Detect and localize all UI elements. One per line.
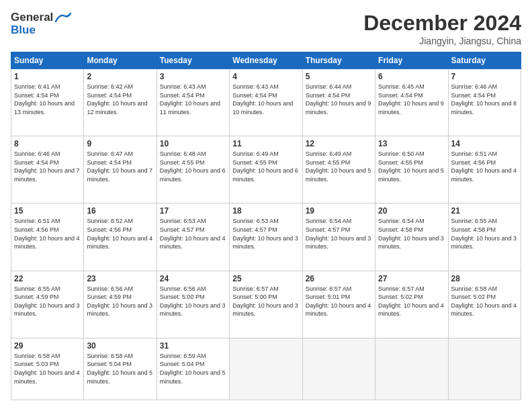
day-info: Sunrise: 6:56 AMSunset: 4:59 PMDaylight:… [87,285,153,318]
day-info: Sunrise: 6:55 AMSunset: 4:59 PMDaylight:… [14,285,81,318]
day-number: 26 [306,274,372,283]
day-info: Sunrise: 6:52 AMSunset: 4:56 PMDaylight:… [87,217,153,250]
day-info: Sunrise: 6:53 AMSunset: 4:57 PMDaylight:… [160,217,226,250]
day-info: Sunrise: 6:44 AMSunset: 4:54 PMDaylight:… [306,83,372,116]
page: General Blue December 2024 Jiangyin, Jia… [0,0,532,411]
day-info: Sunrise: 6:59 AMSunset: 5:04 PMDaylight:… [160,352,226,385]
logo: General Blue [11,11,72,37]
location: Jiangyin, Jiangsu, China [363,36,521,46]
day-info: Sunrise: 6:57 AMSunset: 5:01 PMDaylight:… [306,285,372,318]
calendar-cell: 8Sunrise: 6:46 AMSunset: 4:54 PMDaylight… [11,136,84,203]
day-number: 13 [378,139,445,148]
day-number: 10 [160,139,226,148]
weekday-header: Sunday [11,52,84,69]
day-number: 3 [160,72,226,81]
day-info: Sunrise: 6:49 AMSunset: 4:55 PMDaylight:… [306,150,372,183]
day-info: Sunrise: 6:54 AMSunset: 4:57 PMDaylight:… [306,217,372,250]
day-info: Sunrise: 6:57 AMSunset: 5:02 PMDaylight:… [378,285,445,318]
calendar-cell: 10Sunrise: 6:48 AMSunset: 4:55 PMDayligh… [157,136,229,203]
weekday-header: Friday [375,52,448,69]
calendar-cell: 1Sunrise: 6:41 AMSunset: 4:54 PMDaylight… [11,69,84,136]
day-info: Sunrise: 6:53 AMSunset: 4:57 PMDaylight:… [232,217,299,250]
month-title: December 2024 [363,11,521,36]
day-number: 8 [14,139,81,148]
day-info: Sunrise: 6:50 AMSunset: 4:55 PMDaylight:… [378,150,445,183]
calendar-cell: 27Sunrise: 6:57 AMSunset: 5:02 PMDayligh… [375,271,448,338]
logo-blue: Blue [11,24,72,37]
day-number: 27 [378,274,445,283]
day-number: 9 [87,139,153,148]
logo-bird-icon [54,11,72,24]
calendar-cell: 11Sunrise: 6:49 AMSunset: 4:55 PMDayligh… [230,136,302,203]
day-number: 15 [14,206,81,216]
day-info: Sunrise: 6:43 AMSunset: 4:54 PMDaylight:… [160,83,226,116]
title-block: December 2024 Jiangyin, Jiangsu, China [363,11,521,46]
weekday-header: Saturday [448,52,521,69]
calendar-cell: 28Sunrise: 6:58 AMSunset: 5:02 PMDayligh… [448,271,521,338]
day-number: 14 [451,139,518,148]
day-number: 1 [14,72,81,81]
day-info: Sunrise: 6:55 AMSunset: 4:58 PMDaylight:… [451,217,518,250]
calendar-cell: 6Sunrise: 6:45 AMSunset: 4:54 PMDaylight… [375,69,448,136]
day-number: 30 [87,341,153,351]
header: General Blue December 2024 Jiangyin, Jia… [11,11,521,46]
day-info: Sunrise: 6:58 AMSunset: 5:02 PMDaylight:… [451,285,518,318]
day-info: Sunrise: 6:58 AMSunset: 5:04 PMDaylight:… [87,352,153,385]
day-info: Sunrise: 6:58 AMSunset: 5:03 PMDaylight:… [14,352,81,385]
weekday-header: Tuesday [157,52,229,69]
day-number: 7 [451,72,518,81]
day-number: 11 [232,139,299,148]
calendar-cell: 24Sunrise: 6:56 AMSunset: 5:00 PMDayligh… [157,271,229,338]
day-info: Sunrise: 6:56 AMSunset: 5:00 PMDaylight:… [160,285,226,318]
calendar-cell: 25Sunrise: 6:57 AMSunset: 5:00 PMDayligh… [230,271,302,338]
calendar-cell: 16Sunrise: 6:52 AMSunset: 4:56 PMDayligh… [84,203,157,271]
day-info: Sunrise: 6:46 AMSunset: 4:54 PMDaylight:… [14,150,81,183]
day-number: 6 [378,72,445,81]
day-number: 16 [87,206,153,216]
day-number: 20 [378,206,445,216]
calendar-cell: 17Sunrise: 6:53 AMSunset: 4:57 PMDayligh… [157,203,229,271]
calendar-cell: 26Sunrise: 6:57 AMSunset: 5:01 PMDayligh… [302,271,375,338]
calendar-table: SundayMondayTuesdayWednesdayThursdayFrid… [11,52,521,400]
calendar-cell: 9Sunrise: 6:47 AMSunset: 4:54 PMDaylight… [84,136,157,203]
day-info: Sunrise: 6:57 AMSunset: 5:00 PMDaylight:… [232,285,299,318]
calendar-cell: 21Sunrise: 6:55 AMSunset: 4:58 PMDayligh… [448,203,521,271]
calendar-cell: 30Sunrise: 6:58 AMSunset: 5:04 PMDayligh… [84,338,157,400]
day-number: 21 [451,206,518,216]
logo-general: General [11,11,53,24]
calendar-cell: 15Sunrise: 6:51 AMSunset: 4:56 PMDayligh… [11,203,84,271]
calendar-cell: 22Sunrise: 6:55 AMSunset: 4:59 PMDayligh… [11,271,84,338]
calendar-cell: 2Sunrise: 6:42 AMSunset: 4:54 PMDaylight… [84,69,157,136]
day-info: Sunrise: 6:51 AMSunset: 4:56 PMDaylight:… [451,150,518,183]
calendar-cell: 29Sunrise: 6:58 AMSunset: 5:03 PMDayligh… [11,338,84,400]
day-info: Sunrise: 6:42 AMSunset: 4:54 PMDaylight:… [87,83,153,116]
day-info: Sunrise: 6:46 AMSunset: 4:54 PMDaylight:… [451,83,518,116]
calendar-cell: 20Sunrise: 6:54 AMSunset: 4:58 PMDayligh… [375,203,448,271]
day-number: 17 [160,206,226,216]
calendar-cell: 31Sunrise: 6:59 AMSunset: 5:04 PMDayligh… [157,338,229,400]
weekday-header: Wednesday [230,52,302,69]
day-info: Sunrise: 6:45 AMSunset: 4:54 PMDaylight:… [378,83,445,116]
day-number: 2 [87,72,153,81]
day-number: 22 [14,274,81,283]
calendar-cell: 7Sunrise: 6:46 AMSunset: 4:54 PMDaylight… [448,69,521,136]
calendar-cell [230,338,302,400]
day-info: Sunrise: 6:41 AMSunset: 4:54 PMDaylight:… [14,83,81,116]
calendar-cell [375,338,448,400]
calendar-cell [302,338,375,400]
day-info: Sunrise: 6:43 AMSunset: 4:54 PMDaylight:… [232,83,299,116]
day-info: Sunrise: 6:47 AMSunset: 4:54 PMDaylight:… [87,150,153,183]
weekday-header: Thursday [302,52,375,69]
day-info: Sunrise: 6:54 AMSunset: 4:58 PMDaylight:… [378,217,445,250]
calendar-cell: 18Sunrise: 6:53 AMSunset: 4:57 PMDayligh… [230,203,302,271]
day-number: 4 [232,72,299,81]
calendar-cell [448,338,521,400]
calendar-cell: 3Sunrise: 6:43 AMSunset: 4:54 PMDaylight… [157,69,229,136]
day-number: 29 [14,341,81,351]
day-info: Sunrise: 6:49 AMSunset: 4:55 PMDaylight:… [232,150,299,183]
day-number: 23 [87,274,153,283]
day-number: 25 [232,274,299,283]
day-number: 5 [306,72,372,81]
calendar-cell: 5Sunrise: 6:44 AMSunset: 4:54 PMDaylight… [302,69,375,136]
day-number: 31 [160,341,226,351]
